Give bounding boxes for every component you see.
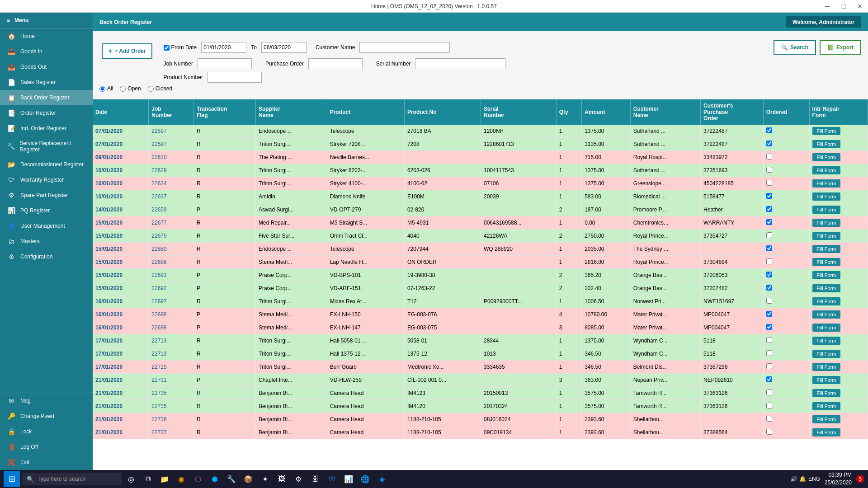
- cell-fill-form[interactable]: Fill Form: [809, 190, 868, 203]
- fill-form-button[interactable]: Fill Form: [812, 428, 841, 436]
- cell-ordered[interactable]: [763, 400, 809, 413]
- cell-fill-form[interactable]: Fill Form: [809, 177, 868, 190]
- taskbar-search[interactable]: 🔍 Type here to search: [22, 473, 122, 485]
- table-area[interactable]: Date JobNumber TransactionFlag SupplierN…: [93, 99, 868, 470]
- fill-form-button[interactable]: Fill Form: [812, 337, 841, 345]
- cell-fill-form[interactable]: Fill Form: [809, 216, 868, 230]
- sidebar-item-service-replacement[interactable]: 🔧 Service Replacement Register: [0, 136, 93, 157]
- sidebar-item-change-pswd[interactable]: 🔑 Change Pswd: [0, 408, 93, 424]
- cell-fill-form[interactable]: Fill Form: [809, 321, 868, 334]
- ordered-checkbox[interactable]: [766, 193, 772, 199]
- cell-ordered[interactable]: [763, 203, 809, 216]
- ordered-checkbox[interactable]: [766, 167, 772, 173]
- ordered-checkbox[interactable]: [766, 180, 772, 186]
- ordered-checkbox[interactable]: [766, 324, 772, 330]
- sidebar-item-order-register[interactable]: 📑 Order Register: [0, 105, 93, 121]
- ordered-checkbox[interactable]: [766, 245, 772, 251]
- fill-form-button[interactable]: Fill Form: [812, 127, 841, 135]
- cell-ordered[interactable]: [763, 230, 809, 243]
- taskbar-word[interactable]: W: [325, 472, 339, 486]
- sidebar-item-user-management[interactable]: 👤 User Management: [0, 218, 93, 234]
- sidebar-item-ind-order-register[interactable]: 📝 Ind. Order Register: [0, 121, 93, 136]
- fill-form-button[interactable]: Fill Form: [812, 153, 841, 161]
- ordered-checkbox[interactable]: [766, 337, 772, 343]
- to-date-input[interactable]: [261, 42, 307, 53]
- ordered-checkbox[interactable]: [766, 285, 772, 291]
- close-button[interactable]: ✕: [852, 0, 868, 13]
- ordered-checkbox[interactable]: [766, 298, 772, 304]
- taskbar-task-view[interactable]: ⧉: [141, 472, 155, 486]
- sidebar-menu-header[interactable]: ≡ Menu: [0, 13, 93, 28]
- ordered-checkbox[interactable]: [766, 429, 772, 435]
- cell-fill-form[interactable]: Fill Form: [809, 426, 868, 439]
- fill-form-button[interactable]: Fill Form: [812, 179, 841, 188]
- fill-form-button[interactable]: Fill Form: [812, 192, 841, 201]
- cell-ordered[interactable]: [763, 426, 809, 439]
- cell-fill-form[interactable]: Fill Form: [809, 138, 868, 151]
- radio-all-label[interactable]: All: [99, 85, 113, 92]
- taskbar-app3[interactable]: ✦: [258, 472, 272, 486]
- search-button[interactable]: 🔍 Search: [774, 40, 816, 55]
- radio-all[interactable]: [99, 86, 105, 92]
- fill-form-button[interactable]: Fill Form: [812, 389, 841, 397]
- cell-ordered[interactable]: [763, 282, 809, 295]
- cell-fill-form[interactable]: Fill Form: [809, 151, 868, 164]
- cell-fill-form[interactable]: Fill Form: [809, 256, 868, 269]
- cell-fill-form[interactable]: Fill Form: [809, 230, 868, 243]
- cell-ordered[interactable]: [763, 374, 809, 387]
- taskbar-app1[interactable]: 🔧: [224, 472, 239, 486]
- taskbar-oms[interactable]: ◈: [375, 472, 389, 486]
- cell-ordered[interactable]: [763, 321, 809, 334]
- ordered-checkbox[interactable]: [766, 272, 772, 277]
- cell-fill-form[interactable]: Fill Form: [809, 387, 868, 400]
- fill-form-button[interactable]: Fill Form: [812, 297, 841, 305]
- cell-fill-form[interactable]: Fill Form: [809, 334, 868, 347]
- fill-form-button[interactable]: Fill Form: [812, 415, 841, 423]
- cell-fill-form[interactable]: Fill Form: [809, 269, 868, 282]
- sidebar-item-msg[interactable]: ✉ Msg: [0, 393, 93, 408]
- notification-badge[interactable]: 5: [856, 475, 864, 483]
- minimize-button[interactable]: ─: [819, 0, 835, 13]
- cell-ordered[interactable]: [763, 216, 809, 230]
- sidebar-item-log-off[interactable]: 🚪 Log Off: [0, 439, 93, 455]
- fill-form-button[interactable]: Fill Form: [812, 258, 841, 266]
- cell-ordered[interactable]: [763, 361, 809, 374]
- radio-open[interactable]: [120, 86, 126, 92]
- ordered-checkbox[interactable]: [766, 403, 772, 408]
- cell-fill-form[interactable]: Fill Form: [809, 400, 868, 413]
- ordered-checkbox[interactable]: [766, 311, 772, 317]
- taskbar-app6[interactable]: 🗄: [308, 472, 322, 486]
- taskbar-app8[interactable]: 🌐: [358, 472, 373, 486]
- fill-form-button[interactable]: Fill Form: [812, 310, 841, 319]
- ordered-checkbox[interactable]: [766, 232, 772, 238]
- fill-form-button[interactable]: Fill Form: [812, 206, 841, 214]
- ordered-checkbox[interactable]: [766, 206, 772, 212]
- fill-form-button[interactable]: Fill Form: [812, 324, 841, 332]
- cell-ordered[interactable]: [763, 138, 809, 151]
- ordered-checkbox[interactable]: [766, 376, 772, 382]
- serial-number-input[interactable]: [415, 58, 505, 69]
- sidebar-item-home[interactable]: 🏠 Home: [0, 28, 93, 44]
- fill-form-button[interactable]: Fill Form: [812, 271, 841, 279]
- sidebar-item-decommissioned[interactable]: 📂 Decommissioned Register: [0, 157, 93, 172]
- taskbar-app7[interactable]: 📊: [341, 472, 356, 486]
- radio-open-label[interactable]: Open: [120, 85, 141, 92]
- ordered-checkbox[interactable]: [766, 258, 772, 264]
- sidebar-item-spare-part[interactable]: ⚙ Spare Part Register: [0, 188, 93, 203]
- sidebar-item-back-order-register[interactable]: 📋 Back Order Register: [0, 90, 93, 105]
- fill-form-button[interactable]: Fill Form: [812, 245, 841, 253]
- cell-ordered[interactable]: [763, 347, 809, 361]
- cell-fill-form[interactable]: Fill Form: [809, 203, 868, 216]
- fill-form-button[interactable]: Fill Form: [812, 284, 841, 292]
- sidebar-item-lock[interactable]: 🔒 Lock: [0, 424, 93, 439]
- start-button[interactable]: ⊞: [4, 471, 20, 487]
- cell-ordered[interactable]: [763, 256, 809, 269]
- sidebar-item-masters[interactable]: 🗂 Masters: [0, 234, 93, 249]
- ordered-checkbox[interactable]: [766, 141, 772, 146]
- sidebar-item-sales-register[interactable]: 📄 Sales Register: [0, 75, 93, 90]
- purchase-order-input[interactable]: [308, 58, 363, 69]
- fill-form-button[interactable]: Fill Form: [812, 166, 841, 174]
- cell-ordered[interactable]: [763, 413, 809, 426]
- job-number-input[interactable]: [198, 58, 252, 69]
- fill-form-button[interactable]: Fill Form: [812, 363, 841, 371]
